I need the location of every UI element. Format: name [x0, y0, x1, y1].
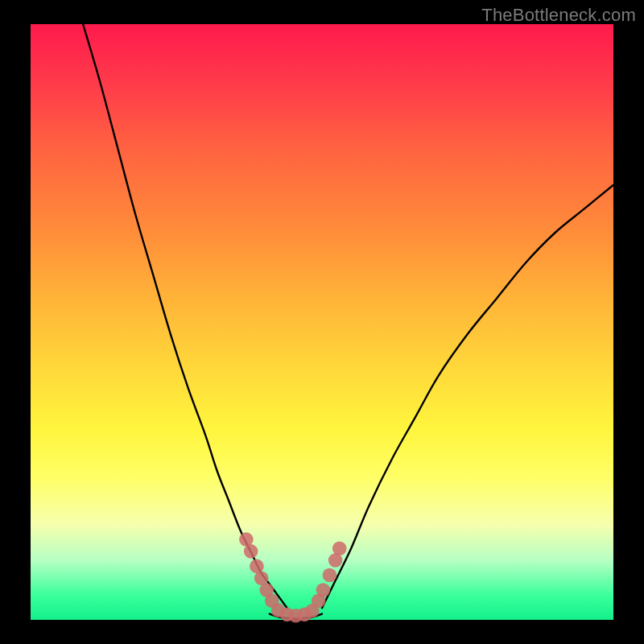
chart-svg — [31, 24, 613, 620]
plot-area — [31, 24, 613, 620]
marker-dot — [323, 568, 337, 583]
marker-dots — [239, 532, 346, 622]
left-curve — [83, 24, 287, 608]
marker-dot — [244, 544, 258, 559]
marker-dot — [316, 583, 331, 597]
right-curve — [322, 185, 613, 608]
chart-frame: TheBottleneck.com — [0, 0, 644, 644]
marker-dot — [332, 541, 347, 555]
watermark-text: TheBottleneck.com — [481, 5, 636, 26]
